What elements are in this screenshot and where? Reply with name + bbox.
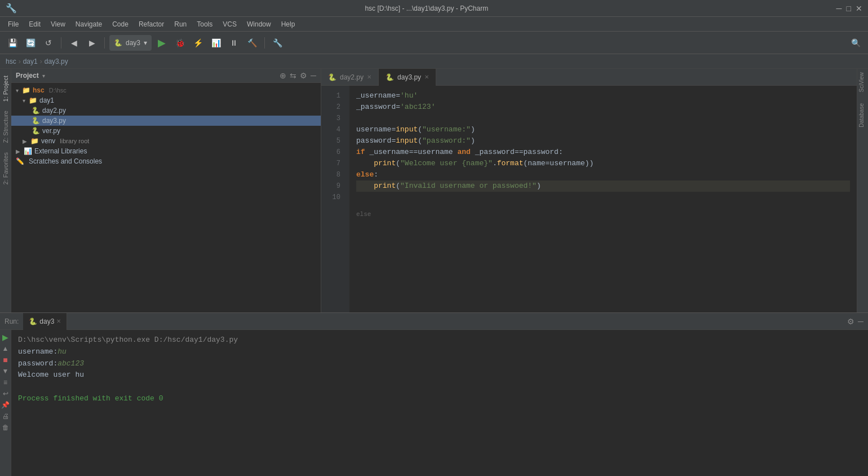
pause-button[interactable]: ⏸ [226,35,242,51]
run-tab-icon: 🐍 [29,318,37,325]
debug-button[interactable]: 🐞 [172,35,188,51]
day2py-label: day2.py [42,107,66,114]
breadcrumb-file[interactable]: day3.py [45,58,68,65]
scratches-icon: ✏️ [16,157,24,165]
search-button[interactable]: 🔍 [848,35,863,51]
close-button[interactable]: ✕ [856,4,862,13]
menu-run[interactable]: Run [170,19,191,29]
code-editor[interactable]: 1 2 3 4 5 6 7 8 9 10 _username='hu' [321,86,857,312]
database-tab[interactable]: Database [857,100,868,131]
run-minimize-icon[interactable]: ─ [858,317,863,326]
sync-button[interactable]: 🔄 [23,35,38,51]
editor-area: 🐍 day2.py ✕ 🐍 day3.py ✕ 1 2 3 4 [321,69,857,312]
console-output[interactable]: D:\hsc\venv\Scripts\python.exe D:/hsc/da… [11,330,868,476]
venv-folder-icon: 📁 [30,137,39,145]
code-line-6: if _username==username and _password==pa… [356,147,850,158]
run-play-button[interactable]: ▶ [1,332,11,342]
day3py-tab-icon: 🐍 [386,73,394,81]
run-print-button[interactable]: 🖨 [1,411,11,421]
menu-help[interactable]: Help [277,19,300,29]
tree-root[interactable]: ▾ 📁 hsc D:\hsc [11,85,321,95]
console-password-line: password:abc123 [18,358,861,370]
favorites-tab[interactable]: 2: Favorites [1,148,10,189]
run-config-label: day3 [126,39,140,47]
line-num-2: 2 [321,102,345,113]
line-num-8: 8 [321,169,345,180]
menu-tools[interactable]: Tools [192,19,217,29]
run-trash-button[interactable]: 🗑 [1,422,11,433]
run-down-button[interactable]: ▼ [1,366,11,376]
tools-button[interactable]: 🔧 [269,35,285,51]
coverage-button[interactable]: ⚡ [190,35,206,51]
run-tab-close[interactable]: ✕ [56,318,61,324]
root-arrow-icon: ▾ [16,87,19,94]
forward-button[interactable]: ▶ [84,35,100,51]
run-label: Run: [5,318,19,325]
extlibs-label: External Libraries [34,147,87,155]
tree-scratches[interactable]: ✏️ Scratches and Consoles [11,156,321,166]
day2py-tab-close[interactable]: ✕ [367,74,371,80]
tab-day3py[interactable]: 🐍 day3.py ✕ [379,69,436,86]
console-command: D:\hsc\venv\Scripts\python.exe D:/hsc/da… [18,334,861,346]
day1-label: day1 [39,96,54,104]
day2py-tab-icon: 🐍 [328,73,336,81]
minimize-button[interactable]: ─ [836,4,842,13]
refresh-button[interactable]: ↺ [41,35,56,51]
tab-day2py[interactable]: 🐍 day2.py ✕ [321,69,379,86]
menu-file[interactable]: File [3,19,23,29]
run-panel-icons: ⚙ ─ [847,317,863,326]
run-stop-button[interactable]: ■ [1,355,11,365]
code-line-7: print("Welcome user {name}".format(name=… [356,158,850,169]
editor-tabs: 🐍 day2.py ✕ 🐍 day3.py ✕ [321,69,857,86]
left-sidebar: 1: Project Z: Structure 2: Favorites [0,69,11,312]
menu-vcs[interactable]: VCS [218,19,241,29]
sciview-tab[interactable]: SciView [857,69,868,95]
menu-navigate[interactable]: Navigate [71,19,107,29]
console-username-label: username: [18,347,57,356]
menu-view[interactable]: View [46,19,70,29]
structure-tab[interactable]: Z: Structure [1,106,10,147]
tree-external-libs[interactable]: ▶ 📊 External Libraries [11,146,321,156]
maximize-button[interactable]: □ [847,4,851,13]
tree-day1[interactable]: ▾ 📁 day1 [11,95,321,105]
menu-code[interactable]: Code [108,19,133,29]
run-day3-tab[interactable]: 🐍 day3 ✕ [23,313,67,330]
tree-venv[interactable]: ▶ 📁 venv library root [11,136,321,146]
run-button[interactable]: ▶ [154,35,170,51]
settings-icon[interactable]: ⚙ [300,71,307,80]
run-wrap-button[interactable]: ↩ [1,389,11,399]
locate-file-icon[interactable]: ⊕ [280,71,286,80]
day3py-label: day3.py [42,117,66,125]
breadcrumb-root[interactable]: hsc [6,58,16,65]
back-button[interactable]: ◀ [66,35,82,51]
run-up-button[interactable]: ▲ [1,343,11,354]
console-username-value: hu [57,347,67,356]
tree-day3py[interactable]: 🐍 day3.py [11,116,321,126]
line-num-5: 5 [321,135,345,147]
day1-arrow-icon: ▾ [23,98,25,104]
close-panel-icon[interactable]: ─ [311,71,316,80]
collapse-all-icon[interactable]: ⇆ [290,71,296,80]
code-line-3 [356,113,850,124]
menu-window[interactable]: Window [242,19,276,29]
profile-button[interactable]: 📊 [208,35,224,51]
tree-verpy[interactable]: 🐍 ver.py [11,126,321,136]
tree-day2py[interactable]: 🐍 day2.py [11,105,321,116]
breadcrumb-day1[interactable]: day1 [23,58,38,65]
build-button[interactable]: 🔨 [244,35,260,51]
root-folder-icon: 📁 [22,86,30,94]
run-config-chevron: ▾ [144,39,147,47]
menu-refactor[interactable]: Refactor [134,19,169,29]
menu-edit[interactable]: Edit [24,19,45,29]
save-button[interactable]: 💾 [5,35,20,51]
code-content[interactable]: _username='hu' _password='abc123' userna… [349,86,857,312]
project-tab[interactable]: 1: Project [1,71,10,106]
project-title: Project [16,72,39,80]
toolbar-separator-3 [264,37,265,49]
run-config-selector[interactable]: 🐍 day3 ▾ [109,35,152,51]
day3py-tab-close[interactable]: ✕ [424,74,429,80]
run-pin-button[interactable]: 📌 [1,400,11,410]
run-settings-icon[interactable]: ⚙ [847,317,854,326]
run-rerun-button[interactable]: ≡ [1,377,11,387]
day3py-icon: 🐍 [32,117,40,125]
